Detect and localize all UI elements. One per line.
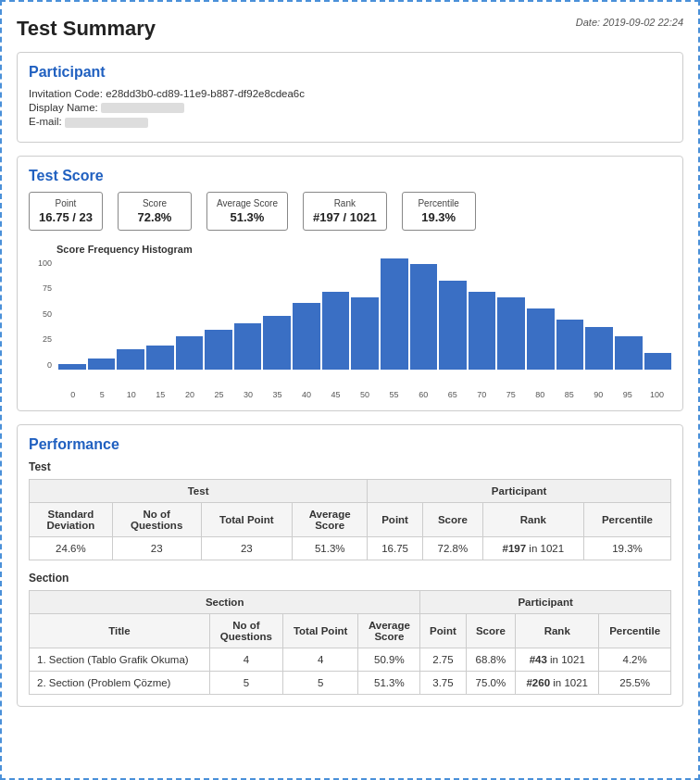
histogram-bar (176, 336, 204, 370)
y-axis-label: 75 (29, 283, 55, 293)
histogram-bar (263, 316, 291, 370)
page-title: Test Summary (17, 17, 156, 41)
x-axis-label: 40 (292, 390, 321, 399)
x-axis-label: 20 (175, 390, 205, 399)
x-axis-label: 70 (467, 390, 496, 399)
table-cell: 3.75 (420, 671, 466, 694)
date-label: Date: 2019-09-02 22:24 (576, 17, 683, 28)
histogram-bar (117, 349, 144, 370)
x-axis-label: 100 (643, 390, 672, 399)
table-cell: 19.3% (583, 536, 670, 560)
table-cell: #197 in 1021 (482, 536, 583, 560)
table-cell: #260 in 1021 (516, 671, 599, 694)
table-cell: 2.75 (420, 648, 466, 671)
score-box: Score72.8% (118, 192, 192, 231)
table-cell: 68.8% (466, 648, 516, 671)
histogram-bar (322, 292, 350, 370)
test-table: Test Participant StandardDeviation No of… (29, 479, 671, 560)
table-row: 2. Section (Problem Çözme)5551.3%3.7575.… (30, 671, 671, 694)
table-cell: #43 in 1021 (516, 648, 599, 671)
table-cell: 5 (282, 671, 358, 694)
col-title: Title (30, 613, 210, 648)
table-cell: 2. Section (Problem Çözme) (30, 671, 210, 694)
histogram-bar (381, 258, 408, 370)
histogram-bar (234, 323, 262, 370)
x-axis-label: 85 (555, 390, 584, 399)
score-boxes: Point16.75 / 23Score72.8%Average Score51… (29, 192, 671, 231)
col-no-q: No ofQuestions (209, 613, 282, 648)
participant-section: Participant Invitation Code: e28dd3b0-cd… (17, 52, 683, 143)
score-box-value: 16.75 / 23 (39, 210, 93, 224)
test-score-section: Test Score Point16.75 / 23Score72.8%Aver… (17, 156, 683, 411)
score-box: Average Score51.3% (206, 192, 288, 231)
y-axis: 0255075100 (29, 258, 55, 370)
table-cell: 72.8% (422, 536, 482, 560)
x-axis-label: 65 (438, 390, 468, 399)
histogram-bar (644, 353, 672, 370)
histogram-bar (556, 320, 584, 370)
participant-group-header: Participant (368, 479, 671, 502)
chart-bars (58, 258, 671, 370)
y-axis-label: 100 (29, 258, 55, 268)
email: E-mail: (29, 116, 671, 127)
x-axis-label: 55 (380, 390, 409, 399)
display-name-value (101, 103, 184, 113)
score-box-label: Score (128, 198, 181, 208)
table-cell: 16.75 (368, 536, 423, 560)
col-sc: Score (466, 613, 516, 648)
table-cell: 50.9% (358, 648, 420, 671)
table-cell: 4.2% (599, 648, 671, 671)
col-total-pt: Total Point (282, 613, 358, 648)
table-cell: 23 (112, 536, 201, 560)
table-cell: 75.0% (466, 671, 516, 694)
table-cell: 4 (282, 648, 358, 671)
histogram-bar (351, 297, 379, 370)
x-axis-label: 10 (117, 390, 146, 399)
page-container: Test Summary Date: 2019-09-02 22:24 Part… (0, 0, 700, 780)
x-axis-label: 45 (321, 390, 351, 399)
x-axis-label: 90 (584, 390, 614, 399)
histogram-bar (439, 281, 467, 370)
x-axis-label: 15 (146, 390, 176, 399)
histogram-bar (205, 330, 232, 370)
table-cell: 51.3% (358, 671, 420, 694)
histogram-bar (615, 336, 643, 370)
email-value (65, 118, 148, 128)
score-box-value: 19.3% (412, 210, 466, 224)
x-axis-label: 50 (350, 390, 380, 399)
x-axis-label: 80 (526, 390, 556, 399)
table-cell: 4 (209, 648, 282, 671)
histogram-bar (146, 346, 174, 370)
col-point: Point (368, 502, 423, 536)
table-cell: 51.3% (293, 536, 368, 560)
score-box-label: Average Score (217, 198, 278, 208)
histogram-bar (469, 292, 496, 370)
x-axis-label: 5 (88, 390, 118, 399)
table-cell: 1. Section (Tablo Grafik Okuma) (30, 648, 210, 671)
score-box-label: Percentile (412, 198, 466, 208)
col-pt: Point (420, 613, 466, 648)
histogram-bar (410, 264, 438, 370)
table-cell: 23 (201, 536, 293, 560)
test-group-header: Test (30, 479, 368, 502)
score-box-value: 51.3% (217, 210, 278, 224)
score-box: Rank#197 / 1021 (303, 192, 387, 231)
table-cell: 25.5% (599, 671, 671, 694)
histogram-container: Score Frequency Histogram 0255075100 051… (29, 244, 671, 399)
col-percentile: Percentile (583, 502, 670, 536)
section-participant-header: Participant (420, 590, 671, 613)
table-row: 1. Section (Tablo Grafik Okuma)4450.9%2.… (30, 648, 671, 671)
x-axis-label: 60 (408, 390, 438, 399)
score-box-value: 72.8% (128, 210, 181, 224)
y-axis-label: 50 (29, 309, 55, 319)
col-rk: Rank (516, 613, 599, 648)
col-score: Score (422, 502, 482, 536)
col-no-questions: No ofQuestions (112, 502, 201, 536)
histogram-bar (88, 359, 116, 370)
col-std-dev: StandardDeviation (30, 502, 113, 536)
histogram-bar (497, 297, 525, 370)
table-row: 24.6%232351.3%16.7572.8%#197 in 102119.3… (30, 536, 671, 560)
score-box: Percentile19.3% (402, 192, 476, 231)
section-table: Section Participant Title No ofQuestions… (29, 590, 671, 695)
performance-section: Performance Test Test Participant Standa… (17, 424, 683, 707)
